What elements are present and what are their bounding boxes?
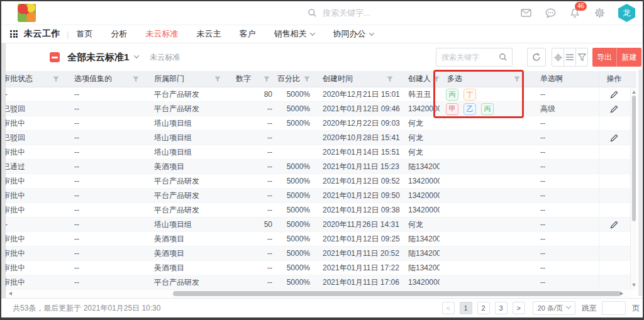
column-header-creator[interactable]: 创建人 <box>401 71 440 87</box>
table-row[interactable]: 审批中--平台产品研发--5000%2021年01月11日 17:0613420… <box>6 275 636 290</box>
filter-funnel-button[interactable] <box>575 48 588 67</box>
page-button-1[interactable]: 1 <box>460 302 472 314</box>
table-row[interactable]: 审批中--平台产品研发--5000%2021年01月12日 09:3813420… <box>6 203 636 218</box>
cell-actions <box>599 87 629 102</box>
filter-funnel-icon[interactable] <box>433 76 440 82</box>
cell-number: -- <box>228 275 277 290</box>
prev-page-button[interactable]: < <box>442 302 455 314</box>
filter-funnel-icon[interactable] <box>264 76 270 82</box>
scroll-left-arrow-icon[interactable] <box>9 292 12 295</box>
column-header-created[interactable]: 创建时间 <box>315 71 401 87</box>
column-header-status[interactable]: 审批状态 <box>6 71 67 87</box>
table-row[interactable]: 审批中--平台产品研发--5000%2021年01月12日 09:5213420… <box>6 174 636 189</box>
chevron-down-icon[interactable] <box>134 53 139 58</box>
nav-item-分析[interactable]: 分析 <box>111 28 127 40</box>
cell-actions <box>599 102 629 116</box>
table-row[interactable]: 审批中--平台产品研发--5000%2021年01月12日 09:5013420… <box>6 189 636 203</box>
record-count-summary: 共53条，最后更新于 2021年01月25日 10:30 <box>13 303 160 314</box>
list-search <box>436 48 513 67</box>
cell-multi <box>440 174 533 189</box>
cell-created: 2020年11月26日 14:31 <box>315 218 401 232</box>
table-row[interactable]: 审批中--美酒项目--5000%2021年01月12日 09:25陆134200… <box>6 232 636 246</box>
edit-button[interactable] <box>609 89 619 99</box>
scroll-right-arrow-icon[interactable] <box>620 292 623 295</box>
nav-item-首页[interactable]: 首页 <box>76 28 92 40</box>
table-row[interactable]: 已通过--美酒项目--5000%2021年01月11日 15:23陆134200… <box>6 160 636 174</box>
cell-percent: 5000% <box>277 218 315 232</box>
column-label: 选项值集的 <box>74 74 112 84</box>
nav-bar: 未云工作 | 首页分析未云标准未云主客户销售相关协同办公 <box>1 25 643 43</box>
page-size-select[interactable]: 20 条/页 <box>533 301 575 315</box>
settings-gear-button[interactable] <box>552 48 564 67</box>
global-search <box>308 8 508 18</box>
table-row[interactable]: ----塔山项目组505000%2020年11月26日 14:31何龙-- <box>6 218 636 232</box>
cell-dept: 平台产品研发 <box>147 87 228 102</box>
filter-funnel-icon[interactable] <box>304 76 310 82</box>
table-row[interactable]: ----平台产品研发805000%2020年12月21日 15:01韩丑丑丙丁-… <box>6 87 636 102</box>
app-logo[interactable] <box>18 4 36 22</box>
page-scrollbar[interactable] <box>638 70 642 296</box>
filter-funnel-icon[interactable] <box>53 76 59 82</box>
table-row[interactable]: 已驳回--平台产品研发--5000%2021年01月12日 09:4613420… <box>6 102 636 116</box>
scroll-up-arrow-icon[interactable] <box>632 91 636 94</box>
column-header-dept[interactable]: 所属部门 <box>147 71 228 87</box>
refresh-button[interactable] <box>527 48 546 67</box>
cell-single: -- <box>533 218 599 232</box>
avatar[interactable]: 龙 <box>618 4 635 22</box>
global-search-input[interactable] <box>323 8 448 18</box>
nav-item-客户[interactable]: 客户 <box>239 28 255 40</box>
filter-funnel-icon[interactable] <box>214 76 221 82</box>
cell-actions <box>599 218 629 232</box>
cell-single: -- <box>533 232 599 246</box>
filter-funnel-icon[interactable] <box>133 76 139 82</box>
list-search-input[interactable] <box>436 53 494 62</box>
cell-percent <box>277 145 315 160</box>
chevron-down-icon <box>310 30 315 35</box>
export-button[interactable]: 导出 <box>592 48 617 67</box>
table-body: ----平台产品研发805000%2020年12月21日 15:01韩丑丑丙丁-… <box>6 87 636 290</box>
search-icon[interactable] <box>494 48 512 66</box>
table-row[interactable]: 已驳回--塔山项目组--2020年10月28日 15:41何龙-- <box>6 131 636 145</box>
next-page-button[interactable]: > <box>513 302 525 314</box>
nav-item-未云标准[interactable]: 未云标准 <box>145 28 178 40</box>
cell-optset: -- <box>67 275 147 290</box>
table-row[interactable]: 审批中--塔山项目组--2021年01月14日 15:51何龙-- <box>6 145 636 160</box>
filter-funnel-icon[interactable] <box>514 76 520 82</box>
column-header-optset[interactable]: 选项值集的 <box>67 71 147 87</box>
chat-icon[interactable] <box>544 7 557 19</box>
edit-button[interactable] <box>609 104 619 114</box>
app-grid-icon[interactable] <box>10 30 18 38</box>
scroll-down-arrow-icon[interactable] <box>632 284 636 287</box>
gear-icon[interactable] <box>593 7 606 19</box>
list-view-button[interactable] <box>564 48 576 67</box>
column-header-multi[interactable]: 多选 <box>440 71 533 87</box>
cell-dept: 平台产品研发 <box>147 203 228 218</box>
cell-optset: -- <box>67 102 147 116</box>
nav-item-销售相关[interactable]: 销售相关 <box>274 28 314 40</box>
edit-button[interactable] <box>609 219 619 229</box>
cell-created: 2021年01月11日 15:23 <box>315 160 401 174</box>
table-row[interactable]: 审批中--美酒项目--5000%2021年01月11日 20:52陆134200… <box>6 246 636 261</box>
horizontal-scroll-thumb[interactable] <box>173 291 621 296</box>
table-horizontal-scrollbar[interactable] <box>6 290 632 298</box>
cell-dept: 美酒项目 <box>147 261 228 275</box>
filter-funnel-icon[interactable] <box>387 76 393 82</box>
edit-button[interactable] <box>609 133 619 143</box>
nav-item-协同办公[interactable]: 协同办公 <box>333 28 374 40</box>
page-button-3[interactable]: 3 <box>495 302 508 314</box>
page-button-2[interactable]: 2 <box>477 302 490 314</box>
table-vertical-scrollbar[interactable] <box>630 87 636 290</box>
table-row[interactable]: 审批中--美酒项目--5000%2021年01月11日 17:22陆134200… <box>6 261 636 275</box>
cell-optset: -- <box>67 232 147 246</box>
nav-item-未云主[interactable]: 未云主 <box>196 28 221 40</box>
mail-icon[interactable] <box>519 7 532 19</box>
column-header-percent[interactable]: 百分比 <box>277 71 315 87</box>
column-header-number[interactable]: 数字 <box>228 71 277 87</box>
create-button[interactable]: 新建 <box>617 48 641 67</box>
jump-to-page-input[interactable] <box>602 301 626 315</box>
table-row[interactable]: 审批中--塔山项目组--5000%2020年12月22日 09:03何龙-- <box>6 116 636 131</box>
notifications-bell-icon[interactable]: 46 <box>569 7 581 19</box>
page-title: 全部未云标准1 <box>67 52 129 63</box>
vertical-scroll-thumb[interactable] <box>632 96 636 221</box>
cell-percent: 5000% <box>277 189 315 203</box>
